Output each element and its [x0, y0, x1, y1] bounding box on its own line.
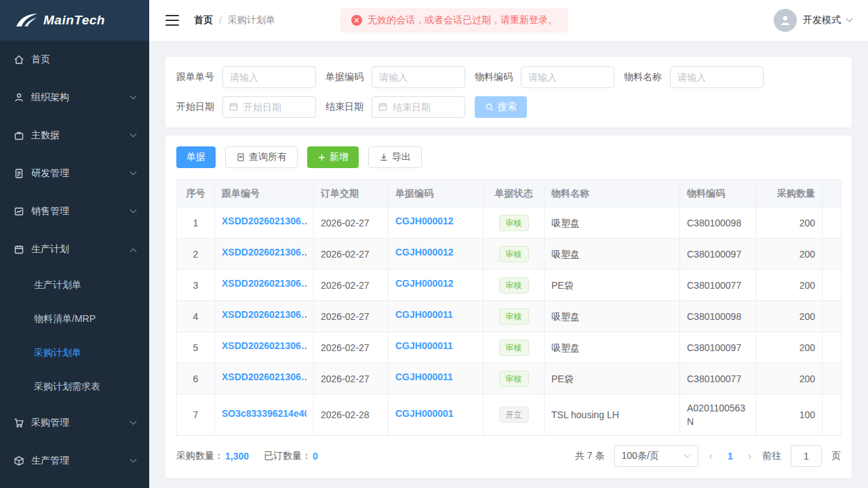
- order-no-link[interactable]: XSDD2026021306…: [222, 277, 307, 290]
- current-page-button[interactable]: 1: [724, 451, 737, 462]
- order-no-link[interactable]: SO3c833396214e40: [222, 407, 307, 420]
- sidebar-item-rd[interactable]: 研发管理: [0, 155, 149, 192]
- chevron-down-icon: [846, 15, 853, 22]
- header-order-no: 跟单编号: [215, 180, 314, 207]
- header-qty: 采购数量: [756, 180, 823, 207]
- sidebar-item-masterdata[interactable]: 主数据: [0, 117, 149, 155]
- doc-no-link[interactable]: CGJH000012: [395, 277, 454, 290]
- search-icon: [485, 102, 494, 112]
- purchase-icon: [14, 418, 24, 428]
- rd-icon: [14, 168, 24, 179]
- breadcrumb-separator: /: [219, 15, 222, 26]
- filter-label: 开始日期: [176, 101, 214, 113]
- cell-delivery: 2026-02-27: [314, 239, 389, 270]
- filter-panel: 跟单单号 单据编码 物料编码 物料名称 开始日期: [165, 57, 852, 127]
- order-no-link[interactable]: XSDD2026021306…: [222, 214, 307, 228]
- filter-label: 结束日期: [326, 101, 363, 113]
- sidebar-item-home[interactable]: 首页: [0, 41, 149, 79]
- order-no-link[interactable]: XSDD2026021306…: [222, 308, 307, 321]
- sidebar-subitem-production-plan-order[interactable]: 生产计划单: [0, 268, 149, 302]
- order-no-link[interactable]: XSDD2026021306…: [222, 339, 307, 352]
- sidebar-item-label: 销售管理: [31, 205, 69, 218]
- cell-delivery: 2026-02-27: [314, 270, 389, 301]
- table-row: 2 XSDD2026021306… 2026-02-27 CGJH000012 …: [177, 239, 842, 270]
- material-code-input[interactable]: [521, 66, 614, 88]
- doc-no-link[interactable]: CGJH000011: [395, 308, 453, 321]
- cell-material: 吸塑盘: [545, 332, 680, 363]
- prev-page-button[interactable]: ‹: [708, 450, 714, 462]
- add-button[interactable]: 新增: [307, 146, 359, 168]
- doc-no-link[interactable]: CGJH000012: [395, 245, 454, 259]
- sidebar-subitem-purchase-plan-demand[interactable]: 采购计划需求表: [0, 370, 149, 404]
- sidebar-item-org[interactable]: 组织架构: [0, 79, 149, 117]
- query-all-button[interactable]: 查询所有: [225, 146, 298, 168]
- search-button[interactable]: 搜索: [475, 96, 527, 118]
- doc-no-link[interactable]: CGJH000011: [395, 339, 453, 352]
- toolbar: 单据 查询所有 新增 导出: [176, 146, 841, 168]
- document-button[interactable]: 单据: [176, 146, 216, 168]
- order-no-link[interactable]: XSDD2026021306…: [222, 245, 307, 259]
- sidebar-item-sales[interactable]: 销售管理: [0, 192, 149, 230]
- logo-text: MainTech: [43, 13, 105, 28]
- ordered-qty-label: 已订数量：: [264, 450, 311, 462]
- doc-no-link[interactable]: CGJH000001: [395, 407, 454, 420]
- sidebar-subitem-bom-mrp[interactable]: 物料清单/MRP: [0, 302, 149, 336]
- page-size-select[interactable]: 100条/页: [614, 445, 698, 467]
- breadcrumb: 首页 / 采购计划单: [194, 14, 275, 26]
- sidebar-menu: 首页 组织架构 主数据 研发管理 销售: [0, 41, 149, 480]
- table-row: 3 XSDD2026021306… 2026-02-27 CGJH000012 …: [177, 270, 842, 301]
- error-icon: ✕: [351, 15, 362, 26]
- cell-qty: 200: [756, 363, 823, 394]
- query-all-label: 查询所有: [249, 151, 287, 163]
- sidebar-item-purchase[interactable]: 采购管理: [0, 404, 149, 442]
- cell-material: 吸塑盘: [545, 301, 680, 332]
- doc-no-link[interactable]: CGJH000012: [395, 214, 454, 228]
- cell-delivery: 2026-02-27: [314, 207, 389, 239]
- table-row: 5 XSDD2026021306… 2026-02-27 CGJH000011 …: [177, 332, 842, 363]
- sidebar-subitem-purchase-plan-order[interactable]: 采购计划单: [0, 336, 149, 370]
- avatar: [774, 9, 797, 32]
- menu-collapse-icon[interactable]: [165, 15, 179, 26]
- header-delivery: 订单交期: [314, 180, 389, 207]
- table-header-row: 序号 跟单编号 订单交期 单据编码 单据状态 物料名称 物料编码 采购数量: [177, 180, 842, 207]
- start-date-input[interactable]: [222, 96, 316, 118]
- end-date-input[interactable]: [372, 96, 465, 118]
- chevron-down-icon: [130, 206, 137, 213]
- sidebar-item-label: 组织架构: [31, 92, 69, 104]
- next-page-button[interactable]: ›: [747, 450, 753, 462]
- order-no-input[interactable]: [222, 66, 316, 88]
- sidebar-item-label: 研发管理: [31, 167, 69, 180]
- header-material-code: 物料编码: [680, 180, 756, 207]
- goto-page-input[interactable]: [791, 445, 822, 467]
- cell-delivery: 2026-02-27: [314, 301, 389, 332]
- material-name-input[interactable]: [670, 66, 764, 88]
- export-button[interactable]: 导出: [368, 146, 422, 168]
- cell-material-code: C380100097: [680, 239, 756, 270]
- filter-end-date: 结束日期: [326, 96, 465, 118]
- table-footer: 采购数量： 1,300 已订数量： 0 共 7 条 100条/页 ‹ 1 › 前…: [176, 445, 841, 467]
- cell-material: TSL housing LH: [545, 394, 680, 436]
- cell-index: 1: [177, 207, 215, 239]
- alert-message: 无效的会话，或者会话已过期，请重新登录。: [368, 14, 557, 26]
- sidebar-item-label: 采购管理: [31, 417, 69, 429]
- add-button-label: 新增: [330, 151, 349, 163]
- plus-icon: [317, 153, 326, 162]
- sidebar-item-label: 生产计划: [31, 243, 69, 256]
- cell-material: PE袋: [545, 270, 680, 301]
- purchase-plan-table: 序号 跟单编号 订单交期 单据编码 单据状态 物料名称 物料编码 采购数量 1 …: [176, 179, 842, 436]
- main-content: 跟单单号 单据编码 物料编码 物料名称 开始日期: [149, 0, 868, 488]
- doc-code-input[interactable]: [372, 66, 465, 88]
- breadcrumb-home[interactable]: 首页: [194, 14, 213, 26]
- sidebar-item-production[interactable]: 生产管理: [0, 442, 149, 480]
- user-menu[interactable]: 开发模式: [774, 9, 852, 32]
- sidebar: MainTech 首页 组织架构 主数据 研发管理: [0, 0, 149, 488]
- doc-no-link[interactable]: CGJH000011: [395, 370, 453, 384]
- filter-start-date: 开始日期: [176, 96, 316, 118]
- cell-index: 5: [177, 332, 215, 363]
- sidebar-item-production-plan[interactable]: 生产计划: [0, 230, 149, 268]
- cell-material: PE袋: [545, 363, 680, 394]
- user-mode-label: 开发模式: [803, 14, 841, 26]
- cell-qty: 100: [756, 394, 823, 436]
- status-badge: 审核: [499, 371, 529, 387]
- order-no-link[interactable]: XSDD2026021306…: [222, 370, 307, 384]
